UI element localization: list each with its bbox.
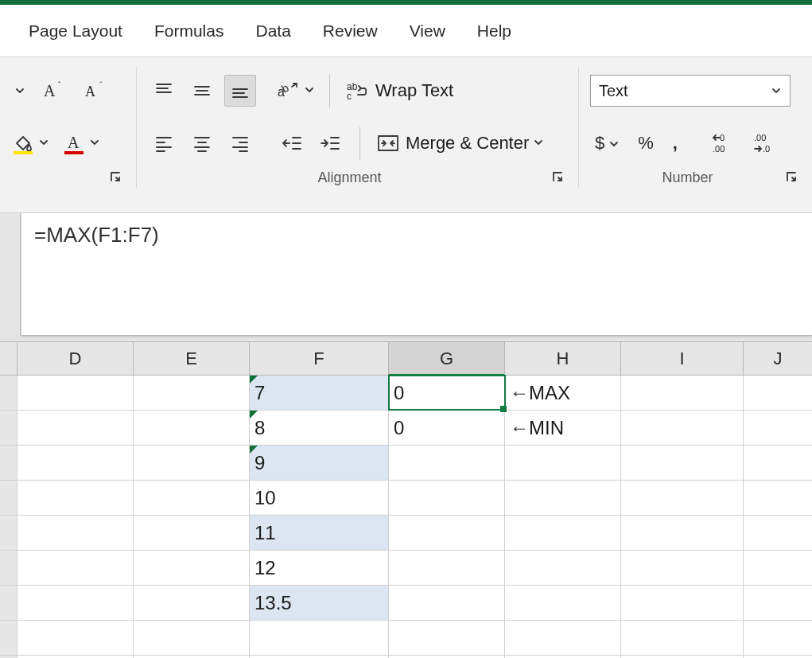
cell-I4[interactable] [621, 481, 744, 515]
select-all-corner[interactable] [0, 342, 17, 375]
cell-H2[interactable]: ←MIN [505, 411, 621, 445]
align-top-button[interactable] [148, 75, 180, 107]
font-dialog-launcher[interactable] [109, 170, 123, 185]
cell-D3[interactable] [17, 446, 134, 480]
cell-G7[interactable] [389, 586, 505, 620]
cell-E8[interactable] [134, 621, 250, 655]
cell-J4[interactable] [744, 481, 812, 515]
formula-bar[interactable]: =MAX(F1:F7) [21, 213, 812, 336]
accounting-format-button[interactable]: $ [590, 127, 624, 159]
tab-help[interactable]: Help [477, 21, 511, 41]
cell-J6[interactable] [744, 551, 812, 585]
cell-I5[interactable] [621, 516, 744, 550]
font-color-button[interactable]: A [62, 127, 100, 159]
cell-G8[interactable] [389, 621, 505, 655]
row-header-stub[interactable] [0, 411, 17, 445]
cell-F4[interactable]: 10 [250, 481, 389, 515]
tab-review[interactable]: Review [323, 21, 378, 41]
decrease-decimal-button[interactable]: .00 .0 [748, 127, 779, 159]
cell-G4[interactable] [389, 481, 505, 515]
cell-H1[interactable]: ←MAX [505, 376, 621, 410]
row-header-stub[interactable] [0, 586, 17, 620]
cell-D5[interactable] [17, 516, 134, 550]
decrease-indent-button[interactable] [275, 127, 307, 159]
cell-H4[interactable] [505, 481, 621, 515]
wrap-text-button[interactable]: ab c Wrap Text [340, 75, 460, 107]
tab-formulas[interactable]: Formulas [154, 21, 224, 41]
cell-H7[interactable] [505, 586, 621, 620]
cell-G2[interactable]: 0 [389, 411, 505, 445]
cell-I7[interactable] [621, 586, 744, 620]
name-box-area[interactable] [0, 213, 21, 336]
tab-data[interactable]: Data [255, 21, 290, 41]
column-header-J[interactable]: J [744, 342, 812, 375]
increase-font-size-button[interactable]: A ˆ [38, 75, 70, 107]
align-right-button[interactable] [224, 127, 256, 159]
cell-F1[interactable]: 7 [250, 376, 389, 410]
cell-G6[interactable] [389, 551, 505, 585]
comma-style-button[interactable]: , [668, 127, 682, 159]
cell-D8[interactable] [17, 621, 134, 655]
cell-I6[interactable] [621, 551, 744, 585]
cell-H5[interactable] [505, 516, 621, 550]
cell-F3[interactable]: 9 [250, 446, 389, 480]
row-header-stub[interactable] [0, 621, 17, 655]
row-header-stub[interactable] [0, 376, 17, 410]
tab-view[interactable]: View [410, 21, 445, 41]
cell-F7[interactable]: 13.5 [250, 586, 389, 620]
cell-E1[interactable] [134, 376, 250, 410]
cell-D7[interactable] [17, 586, 134, 620]
row-header-stub[interactable] [0, 481, 17, 515]
cell-D2[interactable] [17, 411, 134, 445]
cell-F8[interactable] [250, 621, 389, 655]
align-center-button-h[interactable] [186, 127, 218, 159]
cell-H8[interactable] [505, 621, 621, 655]
cell-J8[interactable] [744, 621, 812, 655]
decrease-font-size-button[interactable]: A ˇ [80, 75, 111, 107]
cell-D4[interactable] [17, 481, 134, 515]
cell-J5[interactable] [744, 516, 812, 550]
cell-J2[interactable] [744, 411, 812, 445]
cell-E5[interactable] [134, 516, 250, 550]
cell-G5[interactable] [389, 516, 505, 550]
cell-H6[interactable] [505, 551, 621, 585]
orientation-button[interactable]: a b [275, 75, 315, 107]
cell-J7[interactable] [744, 586, 812, 620]
cell-I3[interactable] [621, 446, 744, 480]
row-header-stub[interactable] [0, 446, 17, 480]
cell-E3[interactable] [134, 446, 250, 480]
spreadsheet-grid[interactable]: D E F G H I J 70←MAX80←MIN910111213.5 [0, 342, 812, 658]
cell-I2[interactable] [621, 411, 744, 445]
cell-F6[interactable]: 12 [250, 551, 389, 585]
row-header-stub[interactable] [0, 551, 17, 585]
cell-G1[interactable]: 0 [389, 376, 505, 410]
column-header-D[interactable]: D [17, 342, 134, 375]
number-format-combo[interactable]: Text [590, 75, 791, 107]
column-header-G[interactable]: G [389, 342, 505, 375]
column-header-I[interactable]: I [621, 342, 744, 375]
cell-D1[interactable] [17, 376, 134, 410]
column-header-E[interactable]: E [134, 342, 250, 375]
align-middle-button[interactable] [186, 75, 218, 107]
font-size-dropdown-caret[interactable] [11, 75, 29, 107]
cell-E4[interactable] [134, 481, 250, 515]
cell-F2[interactable]: 8 [250, 411, 389, 445]
column-header-F[interactable]: F [250, 342, 389, 375]
align-left-button[interactable] [148, 127, 180, 159]
percent-format-button[interactable]: % [633, 127, 659, 159]
increase-indent-button[interactable] [313, 127, 345, 159]
cell-E2[interactable] [134, 411, 250, 445]
tab-page-layout[interactable]: Page Layout [29, 21, 122, 41]
fill-color-button[interactable] [11, 127, 49, 159]
cell-E6[interactable] [134, 551, 250, 585]
cell-E7[interactable] [134, 586, 250, 620]
cell-G3[interactable] [389, 446, 505, 480]
cell-J3[interactable] [744, 446, 812, 480]
merge-center-button[interactable]: Merge & Center [370, 127, 550, 159]
cell-D6[interactable] [17, 551, 134, 585]
alignment-dialog-launcher[interactable] [551, 170, 565, 185]
increase-decimal-button[interactable]: 0 .00 [706, 127, 738, 159]
cell-I8[interactable] [621, 621, 744, 655]
align-bottom-button[interactable] [224, 75, 256, 107]
cell-J1[interactable] [744, 376, 812, 410]
